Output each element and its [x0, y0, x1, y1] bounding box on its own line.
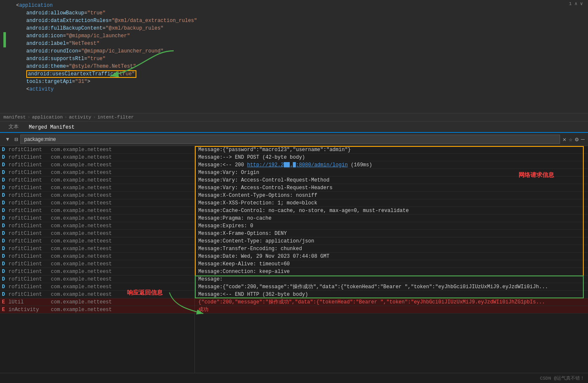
log-left-panel: DrofitClientcom.example.netteestDrofitCl…	[0, 146, 195, 373]
log-level: D	[0, 193, 7, 198]
log-message-row[interactable]: Message:X-XSS-Protection: 1; mode=block	[195, 199, 588, 207]
log-row[interactable]: EinActivitycom.example.netteest	[0, 306, 194, 314]
log-package: com.example.netteest	[49, 299, 117, 305]
log-message: Message:Vary: Access-Control-Request-Hea…	[195, 185, 333, 191]
log-row[interactable]: DrofitClientcom.example.netteest	[0, 215, 194, 222]
log-package: com.example.netteest	[49, 208, 117, 214]
log-package: com.example.netteest	[49, 231, 117, 237]
log-message-row[interactable]: Message:Date: Wed, 29 Nov 2023 07:44:08 …	[195, 253, 588, 260]
log-row[interactable]: DrofitClientcom.example.netteest	[0, 199, 194, 207]
breadcrumb-item-activity[interactable]: activity	[69, 115, 92, 120]
log-message-row[interactable]: Message:--> END POST (42-byte body)	[195, 154, 588, 161]
clear-filter-icon[interactable]: ✕	[563, 136, 566, 143]
log-message: Message:Expires: 0	[195, 223, 253, 229]
log-tag: rofitClient	[7, 246, 49, 252]
filter-icon: ⊟	[14, 136, 18, 143]
log-level: D	[0, 246, 7, 252]
settings-icon[interactable]: ⚙	[575, 136, 578, 143]
log-row[interactable]: DrofitClientcom.example.netteest	[0, 253, 194, 260]
breadcrumb-item-application[interactable]: application	[32, 115, 63, 120]
log-message-row[interactable]: Message:X-Frame-Options: DENY	[195, 230, 588, 237]
logcat-toolbar: ▼ ⊟ ✕ ☆ ⚙ —	[0, 133, 588, 146]
log-row[interactable]: DrofitClientcom.example.netteest	[0, 146, 194, 154]
log-row[interactable]: DrofitClientcom.example.netteest	[0, 154, 194, 161]
log-row[interactable]: DrofitClientcom.example.netteest	[0, 260, 194, 268]
log-row[interactable]: DrofitClientcom.example.netteest	[0, 207, 194, 215]
log-message-row[interactable]: Message:<-- END HTTP (362-byte body)	[195, 291, 588, 298]
log-content: DrofitClientcom.example.netteestDrofitCl…	[0, 146, 588, 373]
log-tag: rofitClient	[7, 215, 49, 221]
log-message-row[interactable]: Message:	[195, 276, 588, 283]
log-row[interactable]: DrofitClientcom.example.netteest	[0, 184, 194, 192]
log-level: D	[0, 154, 7, 160]
log-message-row[interactable]: {"code":200,"message":"操作成功","data":{"to…	[195, 298, 588, 306]
log-row[interactable]: DrofitClientcom.example.netteest	[0, 176, 194, 184]
log-message-row[interactable]: Message:X-Content-Type-Options: nosniff	[195, 192, 588, 199]
breadcrumb-item-manifest[interactable]: manifest	[3, 115, 26, 120]
log-tag: rofitClient	[7, 200, 49, 206]
code-editor: <applicationandroid:allowBackup="true"an…	[0, 0, 588, 113]
log-message-row[interactable]: Message:Pragma: no-cache	[195, 215, 588, 222]
watermark: CSDN @运气真不错！	[540, 375, 585, 381]
log-level: D	[0, 253, 7, 259]
log-row[interactable]: DrofitClientcom.example.netteest	[0, 222, 194, 230]
log-package: com.example.netteest	[49, 215, 117, 221]
log-row[interactable]: DrofitClientcom.example.netteest	[0, 268, 194, 276]
log-package: com.example.netteest	[49, 307, 117, 313]
log-package: com.example.netteest	[49, 170, 117, 176]
log-tag: rofitClient	[7, 238, 49, 244]
log-package: com.example.netteest	[49, 223, 117, 229]
log-package: com.example.netteest	[49, 154, 117, 160]
log-package: com.example.netteest	[49, 185, 117, 191]
log-message-row[interactable]: Message:Keep-Alive: timeout=60	[195, 260, 588, 268]
log-row[interactable]: ElUtilcom.example.netteest	[0, 298, 194, 306]
log-row[interactable]: DrofitClientcom.example.netteest	[0, 237, 194, 245]
log-message: Message:--> END POST (42-byte body)	[195, 154, 305, 160]
tab-merged-manifest[interactable]: Merged Manifest	[24, 123, 80, 133]
response-annotation: 响应返回信息	[127, 289, 163, 297]
log-row[interactable]: DrofitClientcom.example.netteest	[0, 169, 194, 176]
tab-text[interactable]: 文本	[3, 121, 24, 132]
dropdown-btn[interactable]: ▼	[3, 135, 12, 143]
log-message-row[interactable]: Message:<-- 200 http://192.2██.█:8080/ad…	[195, 161, 588, 169]
breadcrumb-item-intent-filter[interactable]: intent-filter	[97, 115, 134, 120]
log-row[interactable]: DrofitClientcom.example.netteest	[0, 230, 194, 237]
log-row[interactable]: DrofitClientcom.example.netteest	[0, 245, 194, 253]
log-level: D	[0, 200, 7, 206]
log-level: D	[0, 147, 7, 153]
log-row[interactable]: DrofitClientcom.example.netteest	[0, 192, 194, 199]
code-line: android:dataExtractionRules="@xml/data_e…	[0, 17, 588, 25]
log-message: Message:Keep-Alive: timeout=60	[195, 261, 290, 267]
log-row[interactable]: DrofitClientcom.example.netteest	[0, 291, 194, 298]
code-line: android:fullBackupContent="@xml/backup_r…	[0, 25, 588, 32]
log-message-row[interactable]: Message:{"code":200,"message":"操作成功","da…	[195, 283, 588, 291]
log-level: E	[0, 307, 7, 313]
log-message: Message:X-Content-Type-Options: nosniff	[195, 193, 317, 198]
log-level: D	[0, 261, 7, 267]
log-package: com.example.netteest	[49, 284, 117, 290]
log-message: Message:Transfer-Encoding: chunked	[195, 246, 302, 252]
log-message-row[interactable]: Message:Cache-Control: no-cache, no-stor…	[195, 207, 588, 215]
log-message-row[interactable]: Message:Vary: Access-Control-Request-Hea…	[195, 184, 588, 192]
log-level: D	[0, 238, 7, 244]
log-row[interactable]: DrofitClientcom.example.netteest	[0, 283, 194, 291]
log-message-row[interactable]: Message:Content-Type: application/json	[195, 237, 588, 245]
breadcrumb: manifest › application › activity › inte…	[0, 113, 588, 121]
filter-input[interactable]	[20, 135, 560, 144]
log-tag: rofitClient	[7, 193, 49, 198]
bookmark-icon[interactable]: ☆	[569, 136, 572, 143]
log-row[interactable]: DrofitClientcom.example.netteest	[0, 161, 194, 169]
minimize-icon[interactable]: —	[581, 136, 585, 143]
log-row[interactable]: DrofitClientcom.example.netteest	[0, 276, 194, 283]
code-line: <application	[0, 2, 588, 9]
log-area: DrofitClientcom.example.netteestDrofitCl…	[0, 146, 588, 373]
log-message-row[interactable]: Message:Expires: 0	[195, 222, 588, 230]
log-message-row[interactable]: 成功	[195, 306, 588, 314]
log-tag: rofitClient	[7, 276, 49, 282]
log-right-panel: Message:{"password":"macro123","username…	[195, 146, 588, 373]
log-message-row[interactable]: Message:Transfer-Encoding: chunked	[195, 245, 588, 253]
log-message: {"code":200,"message":"操作成功","data":{"to…	[195, 298, 545, 306]
log-message-row[interactable]: Message:Connection: keep-alive	[195, 268, 588, 276]
log-message-row[interactable]: Message:{"password":"macro123","username…	[195, 146, 588, 154]
log-package: com.example.netteest	[49, 269, 117, 275]
